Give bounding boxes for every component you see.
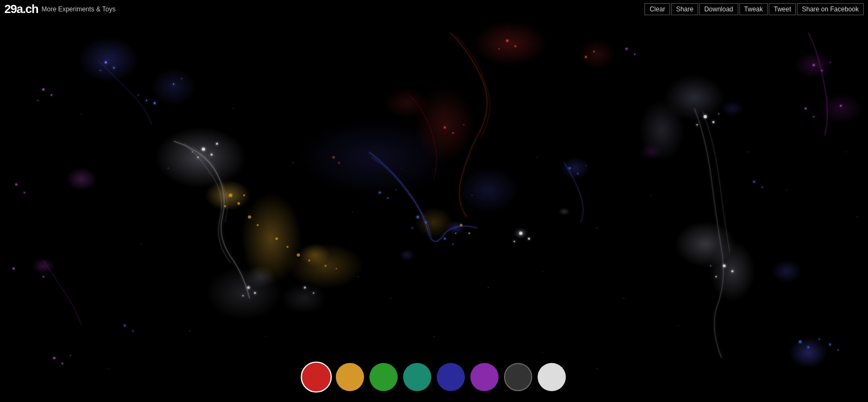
tweet-button[interactable]: Tweet <box>769 3 796 15</box>
color-swatch-dark[interactable] <box>504 363 532 391</box>
tagline: More Experiments & Toys <box>42 5 116 13</box>
nebula-background <box>0 0 868 402</box>
download-button[interactable]: Download <box>699 3 738 15</box>
color-swatch-green[interactable] <box>369 363 398 391</box>
color-swatch-white[interactable] <box>538 363 566 391</box>
header: 29a.ch More Experiments & Toys ClearShar… <box>0 0 868 18</box>
color-swatch-red[interactable] <box>301 361 331 392</box>
canvas-area[interactable]: 29a.ch More Experiments & Toys ClearShar… <box>0 0 868 402</box>
share-button[interactable]: Share <box>671 3 698 15</box>
clear-button[interactable]: Clear <box>644 3 670 15</box>
logo-area: 29a.ch More Experiments & Toys <box>4 2 116 16</box>
share-facebook-button[interactable]: Share on Facebook <box>797 3 864 15</box>
color-swatch-purple[interactable] <box>470 363 499 391</box>
color-swatch-orange[interactable] <box>336 363 364 391</box>
toolbar: ClearShareDownloadTweakTweetShare on Fac… <box>644 3 864 15</box>
color-palette <box>302 363 566 391</box>
color-swatch-teal[interactable] <box>403 363 431 391</box>
tweak-button[interactable]: Tweak <box>739 3 768 15</box>
logo-text: 29a.ch <box>4 2 39 16</box>
color-swatch-blue[interactable] <box>437 363 465 391</box>
